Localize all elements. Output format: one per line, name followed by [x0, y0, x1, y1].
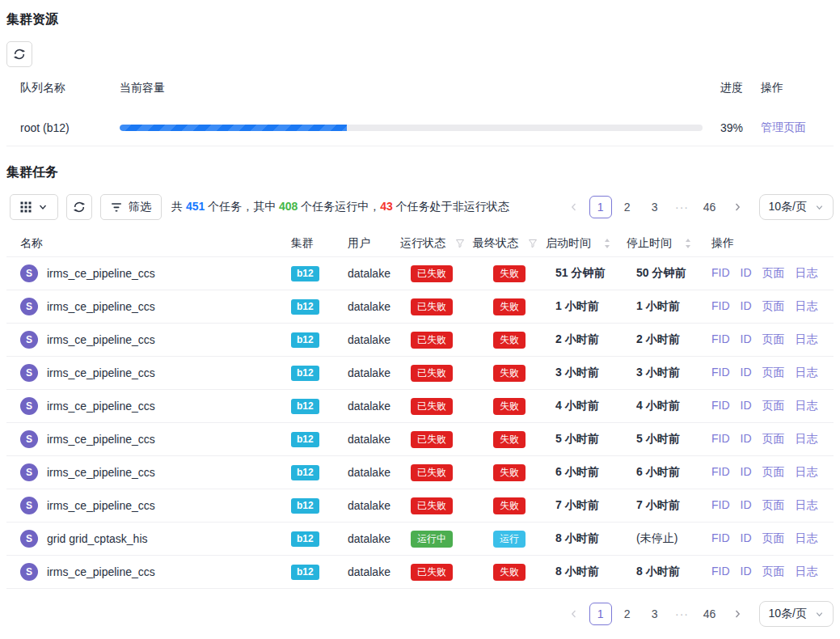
- log-link[interactable]: 日志: [796, 399, 818, 412]
- filter-icon: [111, 202, 122, 213]
- user-cell: datalake: [344, 333, 400, 346]
- log-link[interactable]: 日志: [796, 266, 818, 279]
- page-button-1[interactable]: 1: [589, 196, 612, 218]
- start-time: 8 小时前: [546, 531, 627, 546]
- fid-link[interactable]: FID: [711, 432, 730, 445]
- run-status-badge: 已失败: [411, 564, 453, 581]
- id-link[interactable]: ID: [741, 366, 752, 379]
- page-button-3[interactable]: 3: [643, 603, 667, 625]
- table-row: Sirms_ce_pipeline_ccs b12 datalake 已失败 失…: [6, 357, 834, 390]
- log-link[interactable]: 日志: [796, 432, 818, 445]
- page-button-46[interactable]: 46: [698, 603, 722, 625]
- page-link[interactable]: 页面: [762, 498, 785, 511]
- page-link[interactable]: 页面: [762, 332, 785, 345]
- page-size-select[interactable]: 10条/页: [759, 194, 834, 220]
- page-button-3[interactable]: 3: [643, 196, 667, 218]
- page-button-2[interactable]: 2: [615, 603, 639, 625]
- pagination-bottom: 1 2 3 ··· 46 10条/页: [562, 601, 834, 627]
- next-page-button[interactable]: [725, 196, 749, 218]
- page-link[interactable]: 页面: [762, 299, 785, 312]
- chevron-right-icon: [732, 202, 742, 212]
- queue-name-header: 队列名称: [6, 81, 120, 95]
- tasks-table: 名称 集群 用户 运行状态 最终状态 启动时间 停止时间 操作 Sirms_ce…: [6, 230, 834, 589]
- resources-refresh-button[interactable]: [6, 41, 32, 67]
- run-status-header: 运行状态: [400, 236, 473, 251]
- queue-row: root (b12) 39% 管理页面: [6, 109, 834, 146]
- log-link[interactable]: 日志: [796, 299, 818, 312]
- id-link[interactable]: ID: [741, 498, 752, 511]
- pagination-ellipsis[interactable]: ···: [670, 196, 694, 218]
- cluster-badge: b12: [291, 266, 319, 281]
- page-link[interactable]: 页面: [762, 399, 785, 412]
- tasks-refresh-button[interactable]: [66, 194, 92, 220]
- id-link[interactable]: ID: [741, 299, 752, 312]
- page-link[interactable]: 页面: [762, 465, 785, 478]
- next-page-button[interactable]: [725, 603, 749, 625]
- fid-link[interactable]: FID: [711, 266, 730, 279]
- queue-table: 队列名称 当前容量 进度 操作 root (b12) 39% 管理页面: [6, 67, 834, 146]
- fid-link[interactable]: FID: [711, 366, 730, 379]
- user-cell: datalake: [344, 366, 400, 379]
- run-status-badge: 已失败: [411, 497, 453, 514]
- chevron-down-icon: [815, 203, 824, 212]
- prev-page-button[interactable]: [562, 603, 586, 625]
- log-link[interactable]: 日志: [796, 332, 818, 345]
- chevron-left-icon: [569, 202, 579, 212]
- fid-link[interactable]: FID: [711, 299, 730, 312]
- id-link[interactable]: ID: [741, 266, 752, 279]
- page-link[interactable]: 页面: [762, 366, 785, 379]
- table-row: Sirms_ce_pipeline_ccs b12 datalake 已失败 失…: [6, 290, 834, 324]
- name-header: 名称: [6, 236, 287, 251]
- id-link[interactable]: ID: [741, 332, 752, 345]
- id-link[interactable]: ID: [741, 432, 752, 445]
- stop-time: 7 小时前: [627, 498, 707, 513]
- chevron-down-icon: [815, 610, 824, 619]
- page-button-1[interactable]: 1: [589, 603, 612, 625]
- filter-funnel-icon[interactable]: [528, 239, 538, 248]
- fid-link[interactable]: FID: [711, 565, 730, 578]
- avatar: S: [20, 364, 38, 382]
- page-link[interactable]: 页面: [762, 531, 785, 544]
- user-cell: datalake: [344, 565, 400, 578]
- task-name: irms_ce_pipeline_ccs: [47, 433, 155, 446]
- running-count: 408: [279, 200, 298, 213]
- cluster-header: 集群: [287, 236, 344, 251]
- log-link[interactable]: 日志: [796, 465, 818, 478]
- final-status-badge: 失败: [493, 431, 526, 448]
- id-link[interactable]: ID: [741, 399, 752, 412]
- final-status-badge: 失败: [493, 398, 526, 415]
- prev-page-button[interactable]: [562, 196, 586, 218]
- fid-link[interactable]: FID: [711, 465, 730, 478]
- table-row: Sirms_ce_pipeline_ccs b12 datalake 已失败 失…: [6, 423, 834, 456]
- page-link[interactable]: 页面: [762, 565, 785, 578]
- page-size-select[interactable]: 10条/页: [759, 601, 834, 627]
- sort-icon[interactable]: [604, 238, 610, 249]
- stop-time: 6 小时前: [627, 465, 707, 480]
- sort-icon[interactable]: [685, 238, 691, 249]
- start-time: 1 小时前: [546, 299, 627, 314]
- log-link[interactable]: 日志: [796, 531, 818, 544]
- run-status-badge: 已失败: [411, 332, 453, 349]
- fid-link[interactable]: FID: [711, 498, 730, 511]
- log-link[interactable]: 日志: [796, 366, 818, 379]
- pagination-ellipsis[interactable]: ···: [670, 603, 694, 625]
- task-name: irms_ce_pipeline_ccs: [47, 466, 155, 479]
- fid-link[interactable]: FID: [711, 332, 730, 345]
- id-link[interactable]: ID: [741, 531, 752, 544]
- run-status-badge: 已失败: [411, 398, 453, 415]
- page-link[interactable]: 页面: [762, 266, 785, 279]
- filter-funnel-icon[interactable]: [455, 239, 465, 248]
- id-link[interactable]: ID: [741, 565, 752, 578]
- fid-link[interactable]: FID: [711, 531, 730, 544]
- log-link[interactable]: 日志: [796, 565, 818, 578]
- filter-button[interactable]: 筛选: [100, 194, 162, 220]
- page-link[interactable]: 页面: [762, 432, 785, 445]
- fid-link[interactable]: FID: [711, 399, 730, 412]
- column-settings-button[interactable]: [10, 194, 58, 220]
- log-link[interactable]: 日志: [796, 498, 818, 511]
- table-row: Sirms_ce_pipeline_ccs b12 datalake 已失败 失…: [6, 257, 834, 290]
- page-button-46[interactable]: 46: [698, 196, 722, 218]
- id-link[interactable]: ID: [741, 465, 752, 478]
- manage-page-link[interactable]: 管理页面: [761, 121, 806, 133]
- page-button-2[interactable]: 2: [615, 196, 639, 218]
